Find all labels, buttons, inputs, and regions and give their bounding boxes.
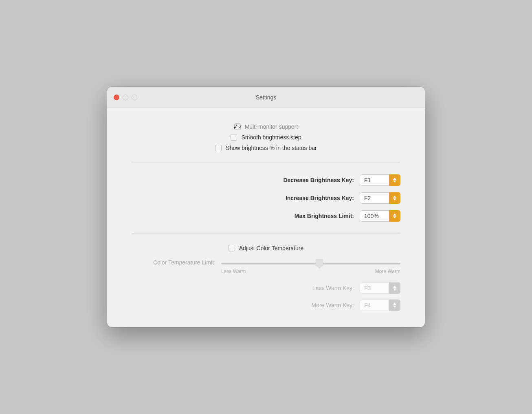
smooth-brightness-row: Smooth brightness step <box>132 134 400 141</box>
increase-brightness-select[interactable]: F2 <box>360 192 400 204</box>
window-title: Settings <box>256 94 277 101</box>
more-warm-key-label: More Warm Key: <box>312 302 354 308</box>
less-warm-key-row: Less Warm Key: F3 <box>132 282 400 294</box>
smooth-brightness-label: Smooth brightness step <box>241 134 301 141</box>
show-percentage-label: Show brightness % in the status bar <box>226 145 317 151</box>
show-percentage-row: Show brightness % in the status bar <box>132 145 400 151</box>
multi-monitor-row: ✓ Multi monitor support <box>132 123 400 130</box>
multi-monitor-label: Multi monitor support <box>245 123 298 130</box>
adjust-color-temp-checkbox[interactable] <box>229 245 235 251</box>
more-warm-key-select[interactable]: F4 <box>360 299 400 311</box>
maximize-button[interactable] <box>132 95 137 100</box>
temp-limit-label: Color Temperature Limit: <box>153 259 215 266</box>
minimize-button[interactable] <box>123 95 128 100</box>
less-warm-key-select-wrapper: F3 <box>360 282 400 294</box>
max-brightness-label: Max Brightness Limit: <box>295 213 354 219</box>
adjust-color-temp-label: Adjust Color Temperature <box>239 245 303 251</box>
multi-monitor-checkbox[interactable]: ✓ <box>234 123 241 130</box>
close-button[interactable] <box>114 95 119 100</box>
increase-brightness-label: Increase Brightness Key: <box>286 195 354 201</box>
titlebar: Settings <box>107 87 425 108</box>
temp-limit-slider-container <box>221 259 400 266</box>
more-warm-key-select-wrapper: F4 <box>360 299 400 311</box>
less-warm-label: Less Warm <box>221 269 246 274</box>
decrease-brightness-row: Decrease Brightness Key: F1 <box>132 174 400 186</box>
max-brightness-row: Max Brightness Limit: 100% <box>132 210 400 222</box>
color-temp-header: Adjust Color Temperature <box>132 245 400 251</box>
smooth-brightness-checkbox[interactable] <box>231 134 237 141</box>
check-mark: ✓ <box>233 123 238 131</box>
brightness-section: Decrease Brightness Key: F1 Increase Bri… <box>132 174 400 231</box>
more-warm-label: More Warm <box>375 269 400 274</box>
settings-window: Settings ✓ Multi monitor support Smooth … <box>107 87 425 327</box>
increase-brightness-select-wrapper: F2 <box>360 192 400 204</box>
show-percentage-checkbox[interactable] <box>215 145 222 151</box>
increase-brightness-row: Increase Brightness Key: F2 <box>132 192 400 204</box>
color-temperature-section: Adjust Color Temperature Color Temperatu… <box>132 245 400 311</box>
more-warm-key-row: More Warm Key: F4 <box>132 299 400 311</box>
decrease-brightness-select-wrapper: F1 <box>360 174 400 186</box>
max-brightness-select-wrapper: 100% <box>360 210 400 222</box>
temp-limit-slider[interactable] <box>221 263 400 264</box>
less-warm-key-label: Less Warm Key: <box>312 285 354 291</box>
slider-labels: Less Warm More Warm <box>221 269 400 274</box>
max-brightness-select[interactable]: 100% <box>360 210 400 222</box>
decrease-brightness-label: Decrease Brightness Key: <box>283 177 354 183</box>
temp-limit-slider-row: Color Temperature Limit: <box>132 259 400 266</box>
divider-2 <box>132 233 400 233</box>
less-warm-key-select[interactable]: F3 <box>360 282 400 294</box>
slider-labels-row: Less Warm More Warm <box>132 269 400 274</box>
decrease-brightness-select[interactable]: F1 <box>360 174 400 186</box>
checkboxes-section: ✓ Multi monitor support Smooth brightnes… <box>132 119 400 161</box>
traffic-lights <box>114 95 137 100</box>
content-area: ✓ Multi monitor support Smooth brightnes… <box>107 108 425 327</box>
divider-1 <box>132 163 400 163</box>
